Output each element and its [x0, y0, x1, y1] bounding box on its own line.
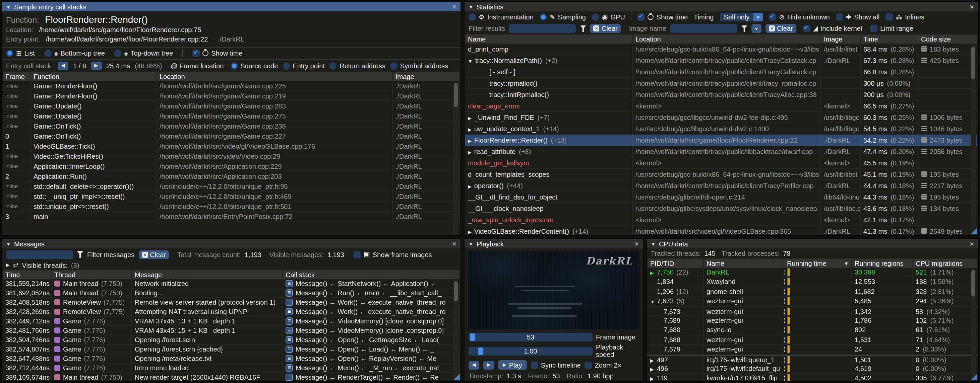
col-name[interactable]: Name	[465, 35, 633, 44]
name-cell[interactable]: [ - self - ]	[465, 66, 633, 77]
call-stack-cell[interactable]: ≡Message() ← Work() ← execute_native_thr…	[283, 307, 460, 316]
cpu-row[interactable]: 7,679 wezterm-gui 500.94 µs (0.00%) 24 2…	[648, 345, 977, 355]
location-cell[interactable]: /home/wolf/darkrl/src/game/Game.cpp:283	[157, 101, 393, 111]
call-stack-row[interactable]: inline Game::Update() /home/wolf/darkrl/…	[3, 111, 460, 121]
message-row[interactable]: 382,428,269ns RemoteView(7,775) Attempti…	[3, 307, 460, 317]
col-message[interactable]: Message	[132, 271, 283, 279]
clear-messages-button[interactable]: ×Clear	[138, 250, 169, 259]
expander-icon[interactable]: ▼	[650, 297, 657, 305]
function-cell[interactable]: std::unique_ptr<>::reset()	[31, 201, 157, 211]
expander-icon[interactable]: ▶	[468, 184, 472, 189]
name-cell[interactable]: ▼tracy::NormalizePath()(+2)	[465, 55, 633, 66]
call-stack-cell[interactable]: ≡Message() ← StartNetwork() ← Applicatio…	[283, 279, 460, 288]
pid-cell[interactable]: ▼7,673(5)	[648, 297, 704, 305]
col-image[interactable]: Image	[393, 72, 460, 81]
col-cpu-migrations[interactable]: CPU migrations	[913, 259, 977, 268]
location-cell[interactable]: /home/wolf/darkrl/src/game/Game.cpp:238	[157, 121, 393, 131]
col-thread[interactable]: Thread	[52, 271, 132, 279]
time-cell[interactable]: 381,559,214ns	[3, 279, 52, 288]
expander-icon[interactable]: ▶	[650, 365, 657, 373]
timing-dropdown[interactable]: Self only▼	[719, 13, 763, 21]
filter-results-input[interactable]	[509, 24, 576, 33]
time-cell[interactable]: 381,692,052ns	[3, 289, 52, 297]
list-icon[interactable]: ≡	[286, 345, 293, 353]
call-stack-row[interactable]: inline Video::GetTicksHiRes() /home/wolf…	[3, 151, 460, 161]
expander-icon[interactable]: ▶	[6, 263, 10, 268]
call-stack-row[interactable]: inline std::default_delete<>::operator()…	[3, 182, 460, 192]
function-cell[interactable]: Application::InnerLoop()	[31, 161, 157, 171]
time-cell[interactable]: 382,481,766ns	[3, 326, 52, 335]
pid-cell[interactable]: 7,679	[648, 345, 704, 354]
message-row[interactable]: 381,692,052ns Main thread(7,750) Booting…	[3, 289, 460, 298]
name-cell[interactable]: tracy::rpmalloc()	[465, 78, 633, 89]
view-mode-list[interactable]: ⊞List	[6, 49, 35, 57]
hide-unknown-checkbox[interactable]: ⊘Hide unknown	[769, 13, 830, 21]
function-cell[interactable]: main	[31, 212, 157, 221]
expander-icon[interactable]: ▶	[650, 269, 657, 277]
statistics-row[interactable]: ▶read_attribute(+8) /home/wolf/darkrl/co…	[465, 146, 977, 157]
message-row[interactable]: 382,712,444ns Game(7,776) Intro menu loa…	[3, 364, 460, 373]
function-cell[interactable]: Game::Update()	[31, 111, 157, 120]
pid-cell[interactable]: 7,689	[648, 316, 704, 325]
call-stack-row[interactable]: 2 Application::Run() /home/wolf/darkrl/s…	[3, 171, 460, 182]
collapse-icon[interactable]: ▼	[651, 241, 655, 246]
message-row[interactable]: 381,559,214ns Main thread(7,750) Network…	[3, 279, 460, 289]
col-image[interactable]: Image	[821, 35, 861, 44]
statistics-row[interactable]: ▶VideoGLBase::RenderContent()(+14) /home…	[465, 226, 977, 235]
expander-icon[interactable]: ▼	[468, 59, 473, 63]
name-cell[interactable]: tracy::InitRpmalloc()	[465, 89, 633, 100]
name-cell[interactable]: ▶FloorRenderer::Render()(+13)	[465, 135, 633, 145]
location-cell[interactable]: /home/wolf/darkrl/src/game/Game.cpp:275	[157, 111, 393, 120]
include-kernel-checkbox[interactable]: Include kernel	[803, 25, 862, 32]
name-cell[interactable]: d_print_comp	[465, 44, 633, 54]
call-stack-cell[interactable]: ≡Message() ← RenderTarget() ← Render() ←…	[283, 373, 460, 381]
col-location[interactable]: Location	[633, 35, 821, 44]
cpu-row[interactable]: 7,689 wezterm-gui 49.46 ms (0.20%) 1,786…	[648, 316, 977, 326]
call-stack-row[interactable]: inline std::__uniq_ptr_impl<>::reset() /…	[3, 192, 460, 201]
scrollbar-thumb[interactable]	[454, 83, 458, 107]
frame-image[interactable]: DarkRL	[468, 251, 640, 329]
location-cell[interactable]: /usr/src/debug/gcc-build/x86_64-pc-linux…	[633, 169, 821, 179]
location-cell[interactable]: /usr/src/debug/gcc/libgcc/unwind-dw2.c:1…	[633, 123, 821, 134]
message-row[interactable]: 382,481,766ns Game(7,776) VRAM 43x45: 15…	[3, 326, 460, 336]
time-cell[interactable]: 382,428,269ns	[3, 307, 52, 316]
col-running-time[interactable]: Running time▼	[784, 259, 852, 268]
call-stack-row[interactable]: inline Game::RenderFloor() /home/wolf/da…	[3, 91, 460, 101]
image-name-input[interactable]	[670, 24, 737, 33]
view-mode-top-down[interactable]: ♠Top-down tree	[114, 49, 173, 57]
statistics-row[interactable]: _raw_spin_unlock_irqrestore <kernel> <ke…	[465, 214, 977, 226]
function-cell[interactable]: Game::OnTick()	[31, 131, 157, 141]
statistics-row[interactable]: ▶uw_update_context_1(+14) /usr/src/debug…	[465, 123, 977, 135]
statistics-row[interactable]: ▶_Unwind_Find_FDE(+7) /usr/src/debug/gcc…	[465, 112, 977, 123]
clear-image-button[interactable]: ×Clear	[765, 24, 796, 33]
message-row[interactable]: 382,504,746ns Game(7,776) Opening /fores…	[3, 336, 460, 345]
time-cell[interactable]: 382,408,518ns	[3, 298, 52, 307]
scrollbar[interactable]	[453, 280, 458, 380]
function-cell[interactable]: Game::RenderFloor()	[31, 91, 157, 100]
pid-cell[interactable]: 1,206(12)	[648, 287, 704, 296]
list-icon[interactable]: ≡	[286, 336, 293, 343]
message-row[interactable]: 382,647,488ns Game(7,776) Opening /meta/…	[3, 354, 460, 364]
zoom-2x-checkbox[interactable]: Zoom 2×	[585, 361, 622, 369]
call-stack-cell[interactable]: ≡Message() ← Open() ← Load() ← Menu() ← …	[283, 345, 460, 353]
col-frame[interactable]: Frame	[3, 72, 31, 81]
message-row[interactable]: 382,408,518ns RemoteView(7,775) Remote v…	[3, 298, 460, 307]
name-cell[interactable]: ▶operator()(+44)	[465, 180, 633, 191]
call-stack-row[interactable]: inline Game::OnTick() /home/wolf/darkrl/…	[3, 121, 460, 131]
call-stack-cell[interactable]: ≡Message() ← VideoMemory() [clone .const…	[283, 326, 460, 335]
location-cell[interactable]: /home/wolf/darkrl/src/Application.cpp:22…	[157, 161, 393, 171]
location-cell[interactable]: /home/wolf/darkrl/src/game/Game.cpp:225	[157, 81, 393, 90]
function-cell[interactable]: Video::GetTicksHiRes()	[31, 151, 157, 161]
name-cell[interactable]: ▶_Unwind_Find_FDE(+7)	[465, 112, 633, 122]
name-cell[interactable]: __GI___clock_nanosleep	[465, 203, 633, 214]
location-cell[interactable]: /usr/src/debug/glibc/sysdeps/unix/sysv/l…	[633, 203, 821, 214]
cpu-row[interactable]: ▶496 irq/175-iwlwifi:default_qu 132.14 m…	[648, 364, 977, 374]
location-cell[interactable]: /home/wolf/darkrl/contrib/tracy/public/c…	[633, 66, 821, 77]
sync-timeline-checkbox[interactable]: Sync timeline	[531, 361, 581, 369]
inlines-checkbox[interactable]: ⁂Inlines	[886, 13, 924, 21]
frame-loc-return[interactable]: Return address	[329, 62, 385, 69]
statistics-row[interactable]: d_count_templates_scopes /usr/src/debug/…	[465, 169, 977, 180]
show-time-checkbox[interactable]: Show time	[638, 13, 688, 21]
location-cell[interactable]: /home/wolf/darkrl/src/video/gl/VideoGLBa…	[157, 141, 393, 151]
function-cell[interactable]: Game::OnTick()	[31, 121, 157, 131]
